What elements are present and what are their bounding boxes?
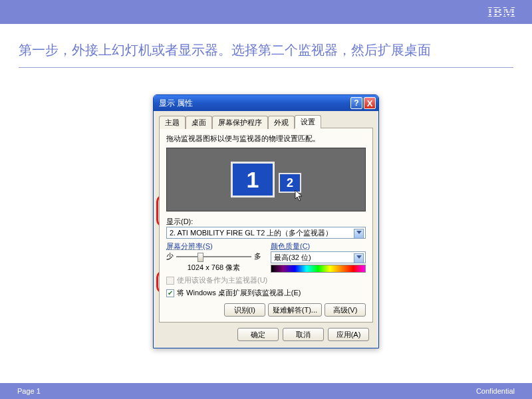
slider-max-label: 多 [254, 251, 261, 261]
tab-desktop[interactable]: 桌面 [186, 116, 212, 129]
slider-min-label: 少 [166, 251, 174, 261]
primary-monitor-label: 使用该设备作为主监视器(U) [177, 275, 267, 285]
tab-appearance[interactable]: 外观 [268, 116, 295, 129]
drag-hint-text: 拖动监视器图标以便与监视器的物理设置匹配。 [166, 134, 366, 144]
cancel-button[interactable]: 取消 [283, 328, 324, 341]
slide-heading: 第一步，外接上幻灯机或者显示器。选择第二个监视器，然后扩展桌面 [0, 24, 532, 67]
apply-button[interactable]: 应用(A) [328, 328, 369, 341]
tab-screensaver[interactable]: 屏幕保护程序 [212, 116, 268, 129]
slider-thumb[interactable] [198, 253, 203, 262]
resolution-slider[interactable]: 少 多 [166, 251, 261, 261]
primary-monitor-checkbox-row: 使用该设备作为主监视器(U) [166, 275, 366, 285]
cursor-icon [295, 190, 304, 204]
advanced-button[interactable]: 高级(V) [325, 303, 366, 317]
page-number: Page 1 [17, 387, 41, 395]
tab-strip: 主题 桌面 屏幕保护程序 外观 设置 [159, 115, 373, 128]
resolution-label: 屏幕分辨率(S) [166, 241, 261, 251]
slide-bottom-bar: Page 1 Confidential [0, 383, 532, 399]
heading-divider [19, 67, 513, 68]
monitor-arrangement-area[interactable]: 1 2 [166, 148, 366, 211]
close-button[interactable]: X [364, 97, 376, 109]
ibm-logo: IBM [487, 5, 516, 20]
tab-settings[interactable]: 设置 [295, 115, 321, 128]
slide-top-bar: IBM [0, 0, 532, 24]
window-body: 主题 桌面 屏幕保护程序 外观 设置 拖动监视器图标以便与监视器的物理设置匹配。… [154, 111, 378, 348]
color-quality-value: 最高(32 位) [274, 253, 311, 263]
resolution-value: 1024 x 768 像素 [166, 263, 261, 273]
display-properties-window: 显示 属性 ? X 主题 桌面 屏幕保护程序 外观 设置 拖动监视器图标以便与监… [153, 94, 379, 348]
extend-desktop-checkbox[interactable]: ✔ [166, 289, 174, 297]
color-spectrum-preview [271, 265, 366, 273]
chevron-down-icon [356, 231, 362, 234]
extend-desktop-label: 将 Windows 桌面扩展到该监视器上(E) [177, 288, 301, 298]
display-label: 显示(D): [166, 217, 366, 227]
confidential-label: Confidential [476, 387, 515, 395]
window-title: 显示 属性 [159, 98, 193, 109]
ok-button[interactable]: 确定 [237, 328, 279, 341]
display-select[interactable]: 2. ATI MOBILITY FIRE GL T2 上的（多个监视器） [166, 227, 366, 239]
help-button[interactable]: ? [350, 97, 362, 109]
screenshot-container: 显示 属性 ? X 主题 桌面 屏幕保护程序 外观 设置 拖动监视器图标以便与监… [0, 94, 532, 348]
color-quality-select[interactable]: 最高(32 位) [271, 251, 366, 263]
slider-track[interactable] [176, 253, 251, 261]
chevron-down-icon [356, 255, 362, 259]
troubleshoot-button[interactable]: 疑难解答(T)... [268, 303, 322, 317]
color-quality-label: 颜色质量(C) [271, 241, 366, 251]
extend-desktop-checkbox-row[interactable]: ✔ 将 Windows 桌面扩展到该监视器上(E) [166, 288, 366, 298]
display-select-value: 2. ATI MOBILITY FIRE GL T2 上的（多个监视器） [170, 228, 332, 238]
monitor-1-icon[interactable]: 1 [231, 162, 275, 198]
tab-themes[interactable]: 主题 [159, 116, 186, 129]
settings-panel: 拖动监视器图标以便与监视器的物理设置匹配。 1 2 显示(D): 2. ATI … [159, 128, 373, 323]
primary-monitor-checkbox [166, 277, 174, 285]
identify-button[interactable]: 识别(I) [224, 303, 265, 317]
window-titlebar[interactable]: 显示 属性 ? X [154, 95, 378, 111]
